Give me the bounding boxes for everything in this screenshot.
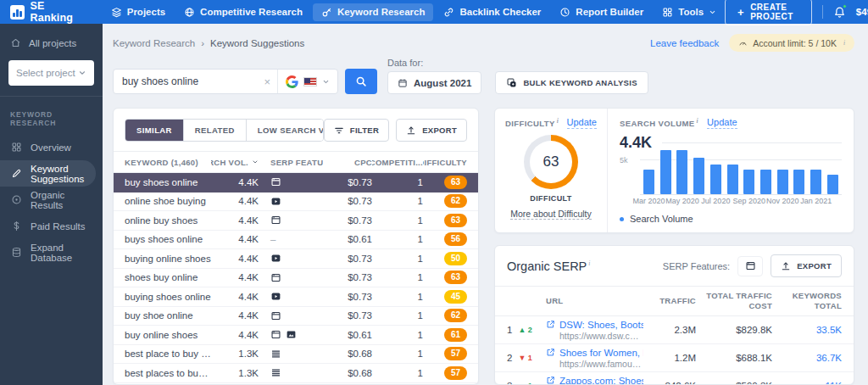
column-serp-features[interactable]: SERP FEATURES [259, 158, 323, 167]
nav-item-tools[interactable]: Tools [654, 3, 725, 21]
table-row[interactable]: buys shoes online4.4K–$0.61156 [114, 231, 478, 250]
external-link-icon [546, 320, 555, 329]
rank-number: 3 [507, 381, 512, 385]
table-row[interactable]: 3▲ 1Zappos.com: Shoes, Sneakers, Boots, … [495, 372, 854, 385]
table-row[interactable]: best place to buy online shoes1.3K$0.681… [114, 345, 478, 365]
serp-features-cell [259, 253, 323, 264]
serp-features-filter-button[interactable] [737, 256, 763, 276]
table-row[interactable]: 1▲ 2DSW: Shoes, Boots, Sandals, Handbags… [495, 316, 854, 344]
volume-bar[interactable] [693, 158, 704, 194]
nav-item-keyword-research[interactable]: Keyword Research [313, 3, 434, 21]
table-row[interactable]: online shoe buying4.4K$0.73162 [114, 192, 478, 212]
create-project-button[interactable]: + CREATE PROJECT [725, 0, 812, 25]
search-engine-select[interactable] [278, 75, 337, 88]
keyword-cell: best places to buy shoes online [125, 368, 211, 378]
column-competition[interactable]: COMPETITI... [372, 158, 423, 167]
table-row[interactable]: buy shoes online4.4K$0.73163 [114, 173, 478, 192]
column-cpc[interactable]: CPC [323, 158, 372, 167]
keywords-total-cell[interactable]: 36.7K [772, 353, 842, 363]
volume-bar[interactable] [810, 170, 821, 194]
x-axis-tick-label: Jul 2020 [701, 197, 730, 205]
account-limit-badge[interactable]: Account limit: 5 / 10K i [729, 34, 854, 52]
volume-bar[interactable] [743, 170, 754, 194]
table-row[interactable]: buy shoe online4.4K$0.73162 [114, 307, 478, 326]
tab-low-search-volume[interactable]: LOW SEARCH VOLUME [247, 120, 324, 141]
search-volume-update-link[interactable]: Update [707, 117, 737, 129]
sidebar-item-keyword-suggestions[interactable]: Keyword Suggestions [0, 160, 96, 187]
legend-label: Search Volume [630, 214, 693, 224]
table-row[interactable]: buying online shoes4.4K$0.73150 [114, 249, 478, 269]
window-icon [270, 272, 281, 283]
table-row[interactable]: best places to buy shoes online1.3K$0.68… [114, 364, 478, 383]
filter-icon [334, 126, 344, 136]
competition-cell: 1 [372, 272, 423, 282]
volume-bar[interactable] [676, 150, 687, 194]
table-row[interactable]: shoes buy online4.4K$0.73163 [114, 269, 478, 288]
volume-bar[interactable] [760, 170, 771, 194]
volume-bar[interactable] [727, 165, 738, 194]
filter-button[interactable]: FILTER [324, 119, 389, 142]
leave-feedback-link[interactable]: Leave feedback [650, 38, 719, 48]
sidebar-item-overview[interactable]: Overview [0, 134, 96, 160]
brand-name: SE Ranking [31, 0, 74, 24]
volume-bar[interactable] [777, 170, 788, 194]
column-url[interactable]: URL [546, 296, 643, 306]
search-volume-cell: 4.4K [211, 177, 259, 187]
nav-item-backlink-checker[interactable]: Backlink Checker [435, 3, 549, 21]
sidebar-item-organic-results[interactable]: Organic Results [0, 187, 96, 213]
difficulty-cell: 57 [423, 366, 467, 380]
difficulty-badge: 57 [444, 347, 467, 360]
difficulty-badge: 63 [444, 271, 467, 284]
volume-bar[interactable] [643, 170, 654, 194]
table-row[interactable]: best place to buy shoes online1.3K$0.681… [114, 383, 478, 385]
nav-item-competitive-research[interactable]: Competitive Research [175, 3, 311, 21]
keywords-total-cell[interactable]: 33.5K [772, 325, 842, 335]
table-row[interactable]: buy online shoes4.4K$0.61161 [114, 326, 478, 345]
volume-bar[interactable] [793, 170, 804, 194]
volume-bar[interactable] [710, 165, 721, 194]
list-icon [270, 367, 281, 378]
sidebar-all-projects[interactable]: All projects [0, 32, 103, 53]
column-traffic[interactable]: TRAFFIC [643, 296, 696, 306]
export-button[interactable]: EXPORT [396, 119, 467, 142]
filter-label: FILTER [350, 126, 379, 135]
column-keywords-total[interactable]: KEYWORDS TOTAL [772, 291, 842, 311]
column-keyword[interactable]: KEYWORD (1,460) [125, 158, 211, 167]
nav-item-projects[interactable]: Projects [103, 3, 174, 21]
bulk-keyword-analysis-button[interactable]: BULK KEYWORD ANALYSIS [495, 71, 648, 94]
tab-similar[interactable]: SIMILAR [125, 120, 184, 141]
table-row[interactable]: buying shoes online4.4K$0.73145 [114, 287, 478, 307]
table-row[interactable]: 2▼ 1Shoes for Women, Men & Kids, Famous … [495, 344, 854, 372]
search-button[interactable] [345, 69, 377, 94]
result-link[interactable]: Zappos.com: Shoes, Sneakers, Boots, & Cl… [546, 376, 643, 385]
keyword-cell: buying online shoes [125, 254, 211, 264]
clear-search-icon[interactable]: × [257, 75, 277, 88]
tab-related[interactable]: RELATED [184, 120, 247, 141]
date-picker-button[interactable]: August 2021 [387, 71, 481, 94]
column-search-vol[interactable]: SEARCH VOL. [211, 158, 259, 167]
more-about-difficulty-link[interactable]: More about Difficulty [510, 209, 592, 220]
search-volume-panel: SEARCH VOLUMEi Update 4.4K 5kMar 2020May… [608, 109, 854, 232]
brand[interactable]: SE Ranking [10, 0, 74, 24]
result-link[interactable]: DSW: Shoes, Boots, Sandals, Handbags, Fr… [546, 320, 643, 330]
result-link[interactable]: Shoes for Women, Men & Kids, Famous Foot… [546, 348, 643, 358]
account-balance[interactable]: $49,955 [856, 7, 868, 17]
breadcrumb-root[interactable]: Keyword Research [113, 38, 195, 48]
volume-bar[interactable] [660, 150, 671, 194]
nav-item-report-builder[interactable]: Report Builder [551, 3, 652, 21]
column-traffic-cost[interactable]: TOTAL TRAFFIC COST [696, 291, 772, 311]
notifications-bell-icon[interactable] [833, 6, 846, 19]
sidebar-item-paid-results[interactable]: Paid Results [0, 213, 96, 239]
serp-export-button[interactable]: EXPORT [771, 254, 842, 277]
search-box: × [113, 69, 338, 94]
table-row[interactable]: online buy shoes4.4K$0.73163 [114, 211, 478, 231]
column-difficulty[interactable]: DIFFICULTY [423, 158, 467, 167]
keywords-total-cell[interactable]: 11K [772, 381, 842, 385]
competition-cell: 1 [372, 330, 423, 340]
serp-features-label: SERP Features: [663, 261, 730, 271]
sidebar-item-expand-database[interactable]: Expand Database [0, 239, 96, 265]
keyword-search-input[interactable] [114, 75, 257, 87]
project-select[interactable]: Select project [8, 60, 94, 86]
difficulty-update-link[interactable]: Update [567, 117, 597, 129]
volume-bar[interactable] [827, 175, 838, 194]
